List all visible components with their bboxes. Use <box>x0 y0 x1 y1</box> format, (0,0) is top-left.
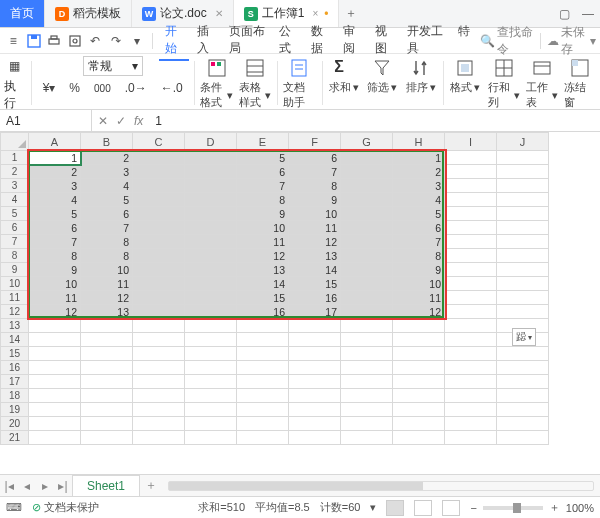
cell[interactable] <box>445 179 497 193</box>
row-header[interactable]: 17 <box>1 375 29 389</box>
cell[interactable] <box>341 375 393 389</box>
cell[interactable]: 7 <box>289 165 341 179</box>
cell[interactable]: 8 <box>237 193 289 207</box>
cell[interactable] <box>497 263 549 277</box>
cell[interactable]: 7 <box>29 235 81 249</box>
preview-icon[interactable] <box>66 30 85 52</box>
cell[interactable]: 2 <box>29 165 81 179</box>
window-min-button[interactable]: — <box>576 7 600 21</box>
inc-decimal-icon[interactable]: .0→ <box>120 78 152 98</box>
row-header[interactable]: 5 <box>1 207 29 221</box>
cell[interactable] <box>185 263 237 277</box>
hscroll-track[interactable] <box>168 481 594 491</box>
cell[interactable] <box>237 347 289 361</box>
sheet-tab-active[interactable]: Sheet1 <box>72 475 140 496</box>
cell[interactable] <box>497 221 549 235</box>
protect-status[interactable]: ⊘ 文档未保护 <box>32 500 99 515</box>
cell[interactable]: 14 <box>237 277 289 291</box>
cell[interactable] <box>445 235 497 249</box>
col-header[interactable]: F <box>289 133 341 151</box>
col-header[interactable]: B <box>81 133 133 151</box>
cell[interactable] <box>393 319 445 333</box>
cell[interactable]: 3 <box>81 165 133 179</box>
cell[interactable] <box>133 333 185 347</box>
fx-icon[interactable]: fx <box>134 114 143 128</box>
cell[interactable]: 13 <box>81 305 133 319</box>
cell[interactable] <box>445 389 497 403</box>
cell[interactable] <box>497 291 549 305</box>
cell[interactable] <box>133 431 185 445</box>
select-all-corner[interactable] <box>1 133 29 151</box>
cell[interactable]: 7 <box>393 235 445 249</box>
cell[interactable] <box>445 151 497 165</box>
cell[interactable] <box>341 249 393 263</box>
menu-tab-5[interactable]: 审阅 <box>337 21 367 61</box>
cell[interactable] <box>133 193 185 207</box>
cell[interactable] <box>341 277 393 291</box>
cell[interactable]: 2 <box>81 151 133 165</box>
search-commands[interactable]: 🔍查找命令 <box>480 24 535 58</box>
menu-tab-1[interactable]: 插入 <box>191 21 221 61</box>
cell[interactable] <box>185 165 237 179</box>
row-header[interactable]: 2 <box>1 165 29 179</box>
freeze-button[interactable]: 冻结窗 <box>564 56 596 110</box>
cell[interactable] <box>445 319 497 333</box>
cell[interactable] <box>445 333 497 347</box>
sum-button[interactable]: Σ 求和▾ <box>328 56 360 95</box>
paint-icon[interactable]: ▦ <box>4 56 25 76</box>
tab-template[interactable]: D 稻壳模板 <box>45 0 132 27</box>
cell[interactable]: 7 <box>237 179 289 193</box>
cell[interactable] <box>81 333 133 347</box>
cell[interactable]: 9 <box>29 263 81 277</box>
save-icon[interactable] <box>25 30 44 52</box>
comma-icon[interactable]: 000 <box>89 78 116 98</box>
cell[interactable] <box>497 165 549 179</box>
conditional-format-button[interactable]: 条件格式▾ <box>200 56 232 110</box>
doc-helper-button[interactable]: 文档助手 <box>283 56 315 110</box>
row-header[interactable]: 3 <box>1 179 29 193</box>
cell[interactable] <box>133 347 185 361</box>
cell[interactable] <box>289 431 341 445</box>
cell[interactable] <box>133 319 185 333</box>
cell[interactable] <box>185 291 237 305</box>
rowcol-button[interactable]: 行和列▾ <box>488 56 520 110</box>
row-header[interactable]: 15 <box>1 347 29 361</box>
cell[interactable] <box>185 333 237 347</box>
cell[interactable]: 6 <box>393 221 445 235</box>
cell[interactable] <box>133 305 185 319</box>
menu-tab-8[interactable]: 特 <box>452 21 476 61</box>
cell[interactable]: 6 <box>81 207 133 221</box>
formula-input[interactable]: 1 <box>149 114 600 128</box>
cell[interactable]: 2 <box>393 165 445 179</box>
cell[interactable] <box>497 179 549 193</box>
cell[interactable] <box>185 277 237 291</box>
cell[interactable] <box>341 333 393 347</box>
cell[interactable]: 14 <box>289 263 341 277</box>
cell[interactable] <box>393 333 445 347</box>
row-header[interactable]: 8 <box>1 249 29 263</box>
row-header[interactable]: 9 <box>1 263 29 277</box>
cell[interactable]: 9 <box>289 193 341 207</box>
cell[interactable]: 4 <box>393 193 445 207</box>
cell[interactable]: 15 <box>289 277 341 291</box>
cell[interactable]: 5 <box>81 193 133 207</box>
cell[interactable] <box>445 347 497 361</box>
cell[interactable] <box>185 389 237 403</box>
cell[interactable]: 17 <box>289 305 341 319</box>
cell[interactable] <box>185 375 237 389</box>
cell[interactable] <box>237 333 289 347</box>
cell[interactable] <box>393 361 445 375</box>
col-header[interactable]: D <box>185 133 237 151</box>
cell[interactable] <box>445 361 497 375</box>
cell[interactable] <box>185 403 237 417</box>
cell[interactable] <box>497 389 549 403</box>
menu-tab-7[interactable]: 开发工具 <box>401 21 449 61</box>
cell[interactable]: 11 <box>393 291 445 305</box>
cell[interactable] <box>81 403 133 417</box>
tab-home[interactable]: 首页 <box>0 0 45 27</box>
cell[interactable] <box>445 193 497 207</box>
cell[interactable]: 13 <box>237 263 289 277</box>
cell[interactable] <box>81 361 133 375</box>
cell[interactable] <box>29 347 81 361</box>
cell[interactable] <box>341 389 393 403</box>
